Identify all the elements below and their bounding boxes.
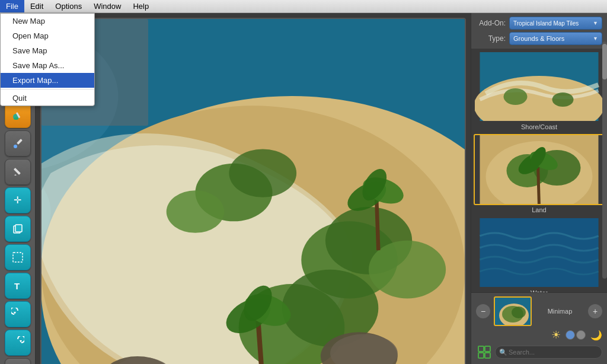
type-select[interactable]: Grounds & Floors ▼ [509, 32, 602, 45]
tile-water-img [474, 217, 605, 288]
tool-grid[interactable] [5, 358, 31, 364]
tool-redo[interactable] [5, 330, 31, 356]
addon-select[interactable]: Tropical Island Map Tiles ▼ [509, 17, 602, 30]
addon-row: Add-On: Tropical Island Map Tiles ▼ [476, 17, 602, 30]
menu-bar: File Edit Options Window Help New Map Op… [0, 0, 607, 13]
tile-water[interactable]: Water [474, 217, 605, 292]
svg-point-10 [14, 145, 17, 148]
day-night-toggle[interactable] [566, 330, 586, 340]
scrollbar-track[interactable] [602, 41, 607, 279]
tile-land[interactable]: Land [474, 134, 605, 213]
tile-land-img [474, 134, 605, 205]
tool-move[interactable]: ✛ [5, 187, 31, 213]
menu-window[interactable]: Window [88, 0, 127, 12]
svg-point-42 [167, 190, 225, 233]
svg-point-41 [229, 149, 296, 197]
type-select-value: Grounds & Floors [513, 35, 564, 42]
menu-item-open-map[interactable]: Open Map [1, 28, 94, 43]
menu-item-export-map[interactable]: Export Map... [1, 73, 94, 88]
menu-help[interactable]: Help [127, 0, 155, 12]
addon-select-arrow: ▼ [593, 20, 598, 26]
svg-rect-112 [485, 353, 490, 358]
tile-land-label: Land [474, 206, 605, 213]
minimap-zoom-out[interactable]: − [476, 304, 490, 318]
grid-toggle-btn[interactable] [476, 344, 493, 360]
tool-undo[interactable] [5, 301, 31, 327]
svg-point-93 [552, 92, 574, 107]
map-canvas[interactable]: ✦ [40, 18, 466, 364]
toggle-dot-1 [566, 330, 575, 340]
tool-copy[interactable] [5, 216, 31, 242]
svg-point-108 [512, 306, 526, 318]
day-night-row: ☀ 🌙 [476, 328, 602, 341]
minimap-row: − Minimap + [476, 296, 602, 326]
scrollbar-thumb[interactable] [602, 44, 607, 79]
svg-line-56 [376, 197, 378, 250]
tool-select-rect[interactable] [5, 244, 31, 270]
tool-text[interactable]: T [5, 273, 31, 299]
type-select-arrow: ▼ [593, 36, 598, 41]
search-icon: 🔍 [499, 349, 507, 356]
menu-edit[interactable]: Edit [24, 0, 49, 12]
file-dropdown-menu: New Map Open Map Save Map Save Map As...… [0, 13, 95, 106]
tile-shore-coast[interactable]: Shore/Coast [474, 51, 605, 130]
svg-rect-109 [478, 346, 484, 352]
svg-rect-9 [17, 139, 23, 145]
search-wrapper: 🔍 [495, 346, 602, 359]
svg-rect-104 [480, 218, 599, 288]
menu-item-save-map-as[interactable]: Save Map As... [1, 58, 94, 73]
search-input[interactable] [495, 346, 602, 359]
tile-shore-coast-img [474, 51, 605, 122]
tool-eyedrop[interactable] [5, 130, 31, 157]
right-bottom: − Minimap + ☀ 🌙 🔍 [471, 292, 607, 364]
addon-label: Add-On: [476, 19, 506, 27]
addon-controls: Add-On: Tropical Island Map Tiles ▼ Type… [471, 13, 607, 49]
svg-rect-16 [13, 253, 23, 262]
tile-grid[interactable]: Shore/Coast Land [471, 49, 607, 292]
menu-divider [1, 89, 94, 90]
menu-item-quit[interactable]: Quit [1, 91, 94, 106]
menu-item-new-map[interactable]: New Map [1, 14, 94, 28]
minimap-thumbnail [494, 296, 532, 326]
svg-line-98 [538, 165, 539, 205]
minimap-label: Minimap [535, 308, 584, 315]
svg-rect-11 [13, 168, 20, 175]
tile-shore-coast-label: Shore/Coast [474, 123, 605, 130]
svg-marker-12 [14, 174, 17, 175]
search-row: 🔍 [476, 344, 602, 360]
day-icon: ☀ [551, 328, 561, 341]
svg-rect-111 [478, 353, 484, 358]
toggle-dot-2 [576, 330, 586, 340]
svg-text:✛: ✛ [14, 195, 21, 205]
minimap-zoom-in[interactable]: + [588, 304, 602, 318]
addon-select-value: Tropical Island Map Tiles [513, 20, 579, 27]
menu-item-save-map[interactable]: Save Map [1, 43, 94, 58]
right-panel: Add-On: Tropical Island Map Tiles ▼ Type… [471, 13, 607, 364]
night-icon: 🌙 [590, 330, 602, 341]
map-svg: ✦ [41, 19, 465, 364]
tool-pencil[interactable] [5, 159, 31, 185]
svg-text:T: T [14, 281, 20, 291]
svg-point-45 [369, 241, 446, 299]
svg-rect-110 [485, 346, 490, 352]
svg-point-92 [504, 88, 528, 105]
svg-point-7 [14, 117, 18, 120]
svg-rect-15 [15, 225, 22, 232]
type-label: Type: [476, 34, 506, 43]
menu-options[interactable]: Options [49, 0, 88, 12]
menu-file[interactable]: File [0, 0, 24, 12]
type-row: Type: Grounds & Floors ▼ [476, 32, 602, 45]
